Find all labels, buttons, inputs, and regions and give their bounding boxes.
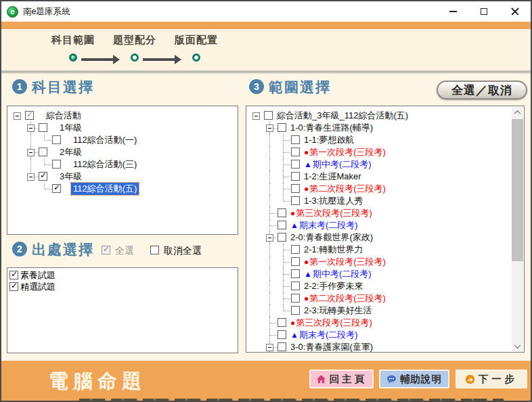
tree-item-label[interactable]: 2-3:玩轉美好生活 <box>302 305 374 317</box>
tree-checkbox[interactable] <box>291 269 300 278</box>
list-item-label[interactable]: 精選試題 <box>20 281 56 293</box>
tree-expander-icon[interactable] <box>252 112 260 120</box>
tree-checkbox[interactable] <box>25 111 34 120</box>
tree-row: 綜合活動 <box>11 110 238 122</box>
tree-item-label[interactable]: 3-0:青春護家園(童軍) <box>288 341 375 353</box>
scroll-down-button[interactable] <box>512 340 523 351</box>
tree-checkbox[interactable] <box>291 184 300 193</box>
tree-checkbox[interactable] <box>291 196 300 205</box>
tree-checkbox[interactable] <box>39 148 47 156</box>
tree-item-label[interactable]: ▲期末考(二段考) <box>288 219 360 231</box>
deselect-all-checkbox[interactable] <box>150 246 159 254</box>
tree-checkbox[interactable] <box>278 221 286 229</box>
tree-expander-icon[interactable] <box>27 173 35 181</box>
wizard-step-arrow-icon <box>143 58 175 61</box>
tree-checkbox[interactable] <box>291 294 300 303</box>
tree-item-label[interactable]: ●第三次段考(三段考) <box>288 317 374 329</box>
exam-circle-marker-icon: ● <box>290 208 295 218</box>
tree-item-label[interactable]: 2-1:轉動世界力 <box>302 244 365 256</box>
tree-checkbox-cell <box>277 341 288 353</box>
app-window: e 南e題庫系統 科目範圍題型配分版面配置 1 科目選擇 綜合活動1年級112綜… <box>0 0 532 402</box>
next-button[interactable]: 下一步 <box>456 370 527 388</box>
tree-checkbox[interactable] <box>264 111 273 120</box>
help-button[interactable]: 輔助說明 <box>379 370 449 388</box>
tree-item-label[interactable]: 1-3:抗壓達人秀 <box>302 195 365 207</box>
scrollbar[interactable] <box>512 107 523 351</box>
select-all-label[interactable]: 全選 <box>115 245 134 257</box>
tree-checkbox[interactable] <box>291 257 300 266</box>
tree-expander-icon[interactable] <box>14 112 21 120</box>
tree-checkbox[interactable] <box>278 342 286 351</box>
tree-connector <box>263 122 277 134</box>
tree-checkbox[interactable] <box>291 245 300 254</box>
tree-guide <box>263 183 277 195</box>
tree-checkbox[interactable] <box>278 123 286 132</box>
select-all-toggle-button[interactable]: 全選／取消 <box>437 81 527 99</box>
tree-item-label[interactable]: 112綜合活動(五) <box>71 183 139 195</box>
close-button[interactable] <box>500 1 531 22</box>
tree-row: 綜合活動_3年級_112綜合活動(五) <box>250 110 524 122</box>
tree-item-label[interactable]: 3年級 <box>58 171 84 183</box>
tree-checkbox[interactable] <box>278 208 286 217</box>
tree-checkbox[interactable] <box>291 135 300 144</box>
tree-expander-icon[interactable] <box>27 125 35 132</box>
tree-expander-icon[interactable] <box>266 125 273 132</box>
deselect-all-label[interactable]: 取消全選 <box>164 245 202 257</box>
tree-item-label[interactable]: ▲期中考(二段考) <box>302 158 374 171</box>
tree-item-label[interactable]: 112綜合活動(一) <box>71 134 139 146</box>
tree-checkbox[interactable] <box>52 135 61 144</box>
home-button[interactable]: 回主頁 <box>309 370 374 388</box>
list-item-label[interactable]: 素養試題 <box>20 269 56 282</box>
tree-checkbox-cell <box>290 280 302 292</box>
tree-checkbox[interactable] <box>278 330 286 339</box>
tree-item-label[interactable]: 綜合活動 <box>44 110 83 122</box>
tree-checkbox[interactable] <box>52 160 61 169</box>
maximize-button[interactable] <box>468 1 500 22</box>
tree-connector <box>263 231 277 244</box>
list-item[interactable]: 素養試題 <box>7 269 238 281</box>
tree-item-label[interactable]: 1-2:生涯Maker <box>302 171 363 183</box>
tree-expander-icon[interactable] <box>266 234 273 242</box>
tree-checkbox[interactable] <box>39 123 47 132</box>
tree-checkbox[interactable] <box>291 172 300 181</box>
tree-item-label[interactable]: 1年級 <box>58 122 84 134</box>
list-checkbox[interactable] <box>9 271 18 280</box>
tree-checkbox[interactable] <box>291 160 300 169</box>
tree-item-label[interactable]: 2年級 <box>58 146 84 158</box>
exam-circle-marker-icon: ● <box>304 257 309 267</box>
tree-item-label[interactable]: 2-0:青春觀世界(家政) <box>288 231 375 244</box>
tree-expander-icon[interactable] <box>27 149 35 156</box>
tree-connector <box>277 183 290 195</box>
list-checkbox[interactable] <box>9 282 18 291</box>
scrollbar-thumb[interactable] <box>512 119 523 261</box>
tree-expander-icon[interactable] <box>266 344 273 351</box>
tree-checkbox[interactable] <box>278 318 286 327</box>
tree-item-label[interactable]: 1-1:夢想啟航 <box>302 134 356 146</box>
tree-item-label[interactable]: 112綜合活動(三) <box>71 158 139 171</box>
tree-guide <box>250 280 263 292</box>
tree-item-label[interactable]: ▲期末考(二段考) <box>288 329 360 341</box>
minimize-button[interactable] <box>437 1 468 22</box>
tree-item-label[interactable]: 2-2:手作夢未來 <box>302 280 365 292</box>
scroll-up-button[interactable] <box>512 107 523 118</box>
tree-item-label[interactable]: 1-0:青春生涯路(輔導) <box>288 122 375 134</box>
tree-checkbox[interactable] <box>278 233 286 242</box>
tree-row: 2-1:轉動世界力 <box>250 244 524 256</box>
tree-connector <box>263 219 277 231</box>
select-all-checkbox[interactable] <box>102 246 110 254</box>
tree-item-label[interactable]: ●第三次段考(三段考) <box>288 207 374 219</box>
tree-item-label[interactable]: ▲期中考(二段考) <box>302 268 374 280</box>
tree-item-label[interactable]: ●第二次段考(三段考) <box>302 292 388 305</box>
tree-item-label[interactable]: 綜合活動_3年級_112綜合活動(五) <box>275 110 410 122</box>
tree-checkbox[interactable] <box>291 148 300 156</box>
list-item[interactable]: 精選試題 <box>7 281 238 292</box>
tree-connector <box>277 280 290 292</box>
tree-checkbox[interactable] <box>291 306 300 315</box>
subject-panel-number: 1 <box>12 79 27 94</box>
tree-checkbox[interactable] <box>39 172 47 181</box>
tree-checkbox[interactable] <box>52 184 61 193</box>
tree-item-label[interactable]: ●第一次段考(三段考) <box>302 146 388 158</box>
tree-checkbox[interactable] <box>291 282 300 290</box>
tree-item-label[interactable]: ●第一次段考(三段考) <box>302 256 388 268</box>
tree-item-label[interactable]: ●第二次段考(三段考) <box>302 183 388 195</box>
